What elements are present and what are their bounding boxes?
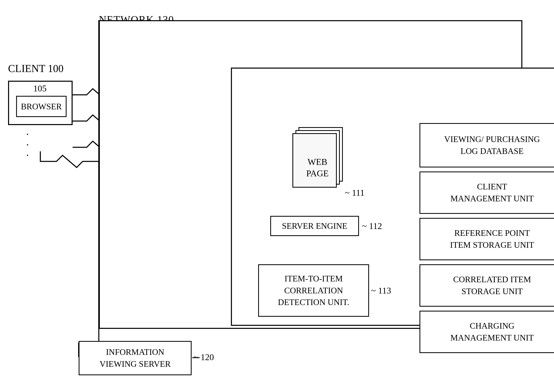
webpage-label: WEBPAGE [297,156,338,179]
webpage-stack: WEBPAGE [291,127,347,192]
label-113: ~ 113 [371,286,391,296]
client-label: CLIENT 100 [8,63,63,74]
ivs-label: INFORMATIONVIEWING SERVER [100,346,171,370]
label-105: 105 [33,83,47,94]
diagram: NETWORK 130 INFORMATION DELIVERY SERVER … [0,0,554,392]
browser-label: BROWSER [21,102,62,111]
box-114-label: VIEWING/ PURCHASINGLOG DATABASE [444,133,540,157]
item-correlation-box: ITEM-TO-ITEMCORRELATIONDETECTION UNIT. [258,264,369,317]
box-116-label: REFERENCE POINTITEM STORAGE UNIT [450,227,534,251]
browser-box: BROWSER [16,96,67,117]
ivs-box: INFORMATIONVIEWING SERVER [79,341,192,375]
server-engine-box: SERVER ENGINE [270,216,359,236]
label-112: ~ 112 [362,221,382,231]
server-inner-box: WEBPAGE ~ 111 SERVER ENGINE ~ 112 ITEM-T… [231,68,554,326]
box-118-label: CHARGINGMANAGEMENT UNIT [450,320,534,344]
box-114: VIEWING/ PURCHASINGLOG DATABASE [420,123,554,168]
label-120: ~ 120 [194,352,214,362]
server-engine-label: SERVER ENGINE [282,221,347,231]
client-box: 105 BROWSER [8,81,73,125]
box-118: CHARGINGMANAGEMENT UNIT [420,311,554,353]
box-117: CORRELATED ITEMSTORAGE UNIT [420,264,554,307]
item-correlation-label: ITEM-TO-ITEMCORRELATIONDETECTION UNIT. [278,273,349,308]
ids-outer-box: WEBPAGE ~ 111 SERVER ENGINE ~ 112 ITEM-T… [99,20,522,329]
box-116: REFERENCE POINTITEM STORAGE UNIT [420,218,554,260]
box-117-label: CORRELATED ITEMSTORAGE UNIT [453,273,531,297]
label-111: ~ 111 [345,188,365,198]
webpage-front: WEBPAGE [292,133,337,188]
dots: ··· [26,129,29,161]
box-115-label: CLIENTMANAGEMENT UNIT [450,181,534,205]
box-115: CLIENTMANAGEMENT UNIT [420,171,554,214]
